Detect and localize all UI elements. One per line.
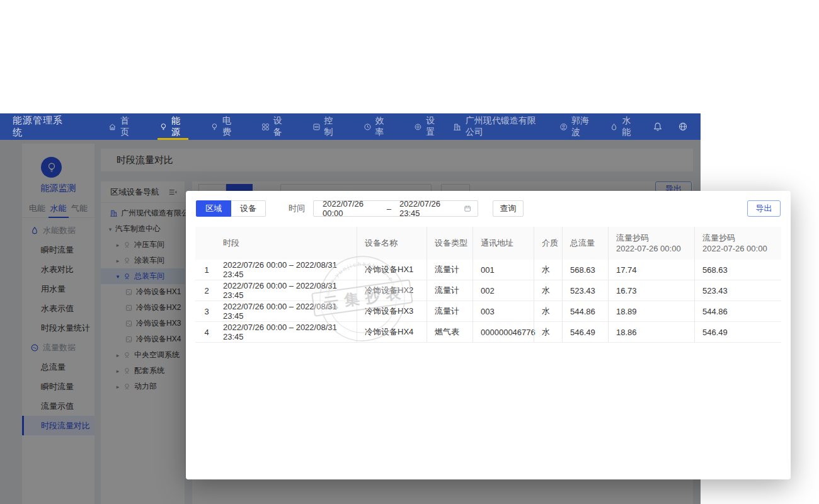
company-name: 广州现代锻造有限公司	[466, 115, 544, 138]
clock-icon	[364, 122, 372, 132]
nav-label: 控制	[324, 115, 340, 138]
flow-compare-table: 时段 设备名称 设备类型 通讯地址 介质 总流量 流量抄码 2022-07-26…	[195, 227, 781, 343]
cell-comm-address: 001	[472, 260, 534, 280]
cell-medium: 水	[534, 301, 562, 321]
cell-comm-address: 002	[472, 280, 534, 301]
nav-label: 效率	[375, 115, 390, 138]
nav-label: 电费	[222, 115, 238, 138]
app-title: 能源管理系统	[0, 115, 86, 139]
globe-icon	[678, 122, 688, 132]
cell-medium: 水	[534, 260, 562, 280]
query-button[interactable]: 查询	[493, 200, 524, 217]
period-flow-compare-dialog: 区域 设备 时间 2022/07/26 00:00 – 2022/07/26 2…	[186, 191, 791, 479]
col-device-name: 设备名称	[357, 227, 427, 260]
nav-item-settings[interactable]: 设置	[402, 113, 453, 140]
cell-period: 2022/07/26 00:00 – 2022/08/31 23:45	[218, 281, 357, 300]
cell-device-type: 流量计	[427, 301, 472, 321]
cell-reading-end: 544.86	[694, 301, 781, 321]
cell-reading-start: 18.86	[608, 322, 694, 342]
col-period: 时段	[218, 227, 357, 260]
col-device-type: 设备类型	[427, 227, 472, 260]
bell-icon	[653, 122, 663, 132]
page-canvas: 能源管理系统 首页 能源 电费 设备	[0, 0, 819, 504]
nav-item-home[interactable]: 首页	[96, 113, 147, 140]
nav-label: 能源	[171, 115, 186, 138]
cell-period: 2022/07/26 00:00 – 2022/08/31 23:45	[218, 260, 357, 279]
cell-device-type: 燃气表	[427, 322, 472, 342]
col-total-flow: 总流量	[562, 227, 608, 260]
nav-item-efficiency[interactable]: 效率	[352, 113, 403, 140]
water-drop-icon	[610, 122, 618, 132]
row-index: 3	[195, 307, 218, 316]
nav-label: 首页	[120, 115, 135, 138]
cell-device-name: 冷饰设备HX3	[357, 301, 427, 321]
date-range-separator: –	[387, 204, 391, 214]
nav-item-control[interactable]: 控制	[301, 113, 352, 140]
cell-medium: 水	[534, 280, 562, 301]
bulb-icon	[210, 122, 219, 132]
user-menu[interactable]: 郭海波	[559, 115, 595, 138]
nav-item-energy[interactable]: 能源	[147, 113, 198, 140]
home-icon	[108, 122, 117, 132]
nav-label: 设置	[426, 115, 441, 138]
col-comm-address: 通讯地址	[472, 227, 534, 260]
table-row[interactable]: 1 2022/07/26 00:00 – 2022/08/31 23:45 冷饰…	[195, 260, 781, 280]
time-label: 时间	[289, 203, 305, 214]
cell-total-flow: 523.43	[562, 280, 608, 301]
date-range-start: 2022/07/26 00:00	[323, 199, 379, 218]
cell-total-flow: 546.49	[562, 322, 608, 342]
col-reading-start: 流量抄码 2022-07-26 00:00	[608, 227, 694, 260]
cell-period: 2022/07/26 00:00 – 2022/08/31 23:45	[218, 323, 357, 341]
col-reading-end: 流量抄码 2022-07-26 00:00	[694, 227, 781, 260]
cell-reading-start: 18.89	[608, 301, 694, 321]
table-row[interactable]: 3 2022/07/26 00:00 – 2022/08/31 23:45 冷饰…	[195, 301, 781, 322]
col-medium: 介质	[534, 227, 562, 260]
user-name: 郭海波	[571, 115, 595, 138]
region-tab[interactable]: 区域	[196, 200, 231, 217]
navbar-right: 广州现代锻造有限公司 郭海波 水能	[453, 115, 701, 138]
cell-medium: 水	[534, 322, 562, 342]
export-button[interactable]: 导出	[747, 200, 781, 217]
cell-total-flow: 544.86	[562, 301, 608, 321]
table-row[interactable]: 4 2022/07/26 00:00 – 2022/08/31 23:45 冷饰…	[195, 322, 781, 343]
cell-device-type: 流量计	[427, 260, 472, 280]
notification-bell-button[interactable]	[653, 122, 663, 132]
dialog-filter-row: 区域 设备 时间 2022/07/26 00:00 – 2022/07/26 2…	[196, 200, 524, 217]
grid-icon	[261, 122, 270, 132]
nav-label: 设备	[273, 115, 289, 138]
cell-comm-address: 000000046776	[472, 322, 534, 342]
user-icon	[559, 122, 568, 132]
energy-mode-selector[interactable]: 水能	[610, 115, 638, 138]
cell-reading-end: 546.49	[694, 322, 781, 342]
nav-item-electricity-fee[interactable]: 电费	[198, 113, 249, 140]
nav-item-devices[interactable]: 设备	[249, 113, 301, 140]
cell-period: 2022/07/26 00:00 – 2022/08/31 23:45	[218, 302, 357, 321]
row-index: 2	[195, 286, 218, 295]
cell-device-name: 冷饰设备HX1	[357, 260, 427, 280]
gear-icon	[414, 122, 422, 132]
cell-device-type: 流量计	[427, 280, 472, 301]
cell-comm-address: 003	[472, 301, 534, 321]
table-row[interactable]: 2 2022/07/26 00:00 – 2022/08/31 23:45 冷饰…	[195, 280, 781, 301]
cell-total-flow: 568.63	[562, 260, 608, 280]
date-range-end: 2022/07/26 23:45	[399, 199, 455, 218]
calendar-icon	[464, 204, 471, 213]
cell-reading-end: 568.63	[694, 260, 781, 280]
cell-reading-end: 523.43	[694, 280, 781, 301]
device-tab[interactable]: 设备	[231, 200, 266, 217]
cell-device-name: 冷饰设备HX2	[357, 280, 427, 301]
mode-toggle-group: 区域 设备	[196, 200, 266, 217]
row-index: 1	[195, 265, 218, 275]
top-navbar: 能源管理系统 首页 能源 电费 设备	[0, 113, 701, 140]
energy-mode-label: 水能	[622, 115, 638, 138]
date-range-picker[interactable]: 2022/07/26 00:00 – 2022/07/26 23:45	[313, 200, 478, 217]
company-selector[interactable]: 广州现代锻造有限公司	[453, 115, 544, 138]
control-panel-icon	[312, 122, 321, 132]
cell-reading-start: 17.74	[608, 260, 694, 280]
cell-reading-start: 16.73	[608, 280, 694, 301]
language-globe-button[interactable]	[678, 122, 688, 132]
main-menu: 首页 能源 电费 设备 控制	[96, 113, 453, 140]
col-index	[195, 227, 218, 260]
cell-device-name: 冷饰设备HX4	[357, 322, 427, 342]
row-index: 4	[195, 328, 218, 337]
